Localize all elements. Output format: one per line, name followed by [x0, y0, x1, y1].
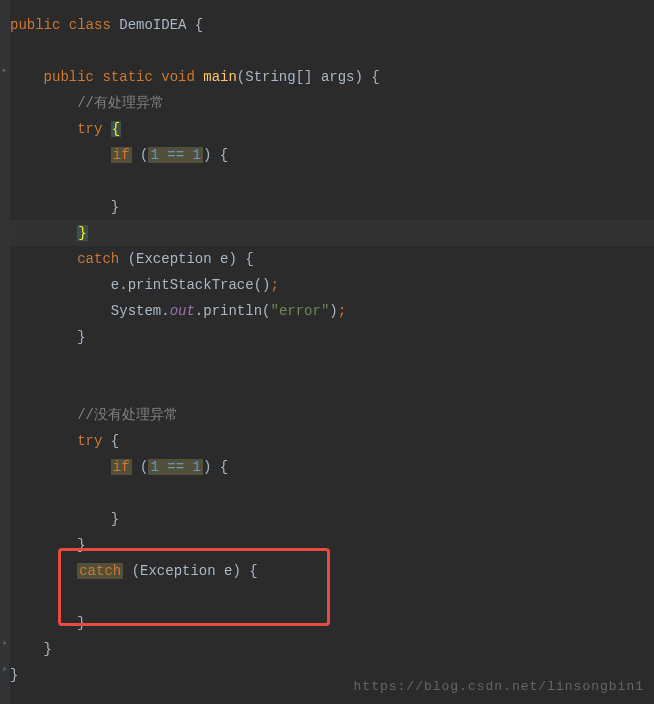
- code-line[interactable]: }: [10, 532, 654, 558]
- code-line[interactable]: try {: [10, 428, 654, 454]
- code-line[interactable]: [10, 480, 654, 506]
- code-line[interactable]: public class DemoIDEA {: [10, 12, 654, 38]
- code-editor[interactable]: public class DemoIDEA { public static vo…: [0, 0, 654, 688]
- code-line[interactable]: }: [10, 610, 654, 636]
- code-line[interactable]: }: [10, 220, 654, 246]
- code-line[interactable]: [10, 376, 654, 402]
- editor-gutter: [0, 0, 10, 704]
- code-line[interactable]: }: [10, 506, 654, 532]
- code-line[interactable]: if (1 == 1) {: [10, 454, 654, 480]
- code-line[interactable]: [10, 38, 654, 64]
- code-line[interactable]: catch (Exception e) {: [10, 558, 654, 584]
- code-line[interactable]: //有处理异常: [10, 90, 654, 116]
- fold-icon[interactable]: ▴: [0, 662, 9, 674]
- code-line[interactable]: }: [10, 194, 654, 220]
- watermark: https://blog.csdn.net/linsongbin1: [354, 679, 644, 694]
- code-line[interactable]: [10, 350, 654, 376]
- code-line[interactable]: e.printStackTrace();: [10, 272, 654, 298]
- code-line[interactable]: //没有处理异常: [10, 402, 654, 428]
- code-line[interactable]: if (1 == 1) {: [10, 142, 654, 168]
- code-line[interactable]: System.out.println("error");: [10, 298, 654, 324]
- code-line[interactable]: }: [10, 324, 654, 350]
- code-line[interactable]: }: [10, 636, 654, 662]
- code-line[interactable]: [10, 168, 654, 194]
- code-line[interactable]: public static void main(String[] args) {: [10, 64, 654, 90]
- fold-icon[interactable]: ▸: [0, 64, 9, 76]
- fold-icon[interactable]: ▴: [0, 636, 9, 648]
- code-line[interactable]: try {: [10, 116, 654, 142]
- code-line[interactable]: catch (Exception e) {: [10, 246, 654, 272]
- code-line[interactable]: [10, 584, 654, 610]
